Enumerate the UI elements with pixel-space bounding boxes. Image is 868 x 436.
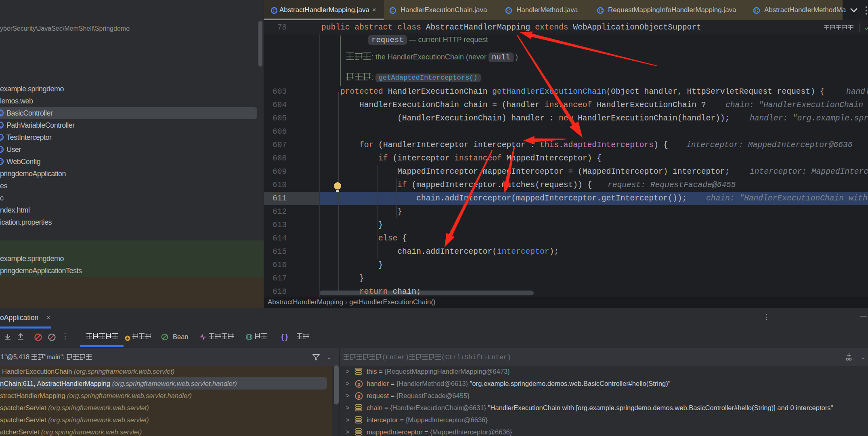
svg-text:C: C: [755, 8, 758, 13]
svg-text:C: C: [273, 8, 275, 13]
svg-text:C: C: [0, 123, 2, 128]
svg-text:p: p: [357, 381, 360, 387]
svg-text:C: C: [0, 159, 2, 164]
svg-text:C: C: [0, 135, 2, 140]
svg-text:p: p: [357, 394, 360, 399]
svg-text:C: C: [599, 8, 602, 13]
svg-text:C: C: [0, 111, 2, 116]
svg-text:C: C: [507, 8, 510, 13]
svg-text:C: C: [0, 147, 2, 152]
svg-text:C: C: [391, 8, 394, 13]
